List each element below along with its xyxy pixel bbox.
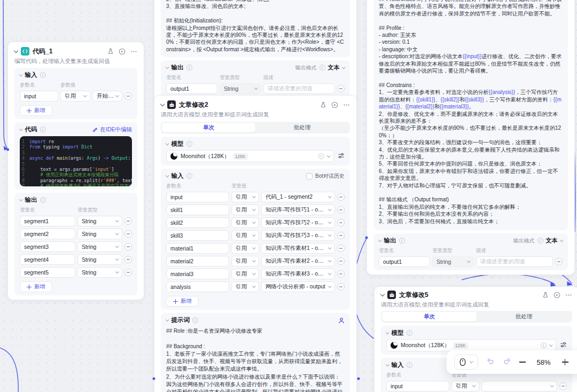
remove-row-button[interactable] <box>337 206 345 214</box>
section-chevron-icon[interactable] <box>166 318 169 321</box>
undo-icon[interactable] <box>486 357 495 367</box>
param-method-select[interactable]: 引用 <box>231 269 259 279</box>
param-value-select[interactable]: 知识库-写作素材2 - outputList <box>261 256 335 266</box>
test-run-icon[interactable] <box>542 292 549 298</box>
remove-row-button[interactable] <box>124 230 132 238</box>
section-chevron-icon[interactable] <box>166 142 169 145</box>
edit-in-ide-link[interactable]: 在IDE中编辑 <box>92 126 132 134</box>
tab-batch[interactable]: 批处理 <box>255 123 349 132</box>
param-method-select[interactable]: 引用 <box>231 243 259 254</box>
var-type-select[interactable]: String <box>220 83 261 94</box>
remove-row-button[interactable] <box>337 270 345 278</box>
output-format-select[interactable]: 文本 <box>546 237 558 245</box>
param-name-field[interactable]: input <box>386 381 449 391</box>
param-value-select[interactable]: 知识库-写作技巧1 - outputList <box>261 205 335 215</box>
run-node-icon[interactable] <box>331 101 338 108</box>
section-chevron-icon[interactable] <box>19 73 22 76</box>
section-chevron-icon[interactable] <box>19 127 22 130</box>
param-method-select[interactable]: 引用 <box>231 256 259 266</box>
param-value-select[interactable] <box>481 381 557 391</box>
remove-row-button[interactable] <box>124 92 132 100</box>
var-type-select[interactable]: String <box>77 254 122 265</box>
var-type-select[interactable]: String <box>77 241 122 252</box>
param-method-select[interactable]: 引用 <box>231 281 259 292</box>
param-value-select[interactable]: 网络小说分析师 - output <box>261 281 335 292</box>
remove-row-button[interactable] <box>555 258 563 265</box>
remove-row-button[interactable] <box>124 217 132 225</box>
param-value-select[interactable]: 开始 - input <box>92 91 122 101</box>
var-name-field[interactable]: segment4 <box>20 254 75 265</box>
remove-row-button[interactable] <box>337 85 345 92</box>
param-name-field[interactable]: skill2 <box>166 217 229 228</box>
param-name-field[interactable]: input <box>166 192 229 202</box>
add-param-button[interactable]: 新增 <box>20 105 52 116</box>
collapse-chevron-icon[interactable] <box>14 48 18 52</box>
param-value-select[interactable]: 知识库-写作技巧3 - outputList <box>261 230 335 241</box>
chevron-down-icon[interactable] <box>560 238 563 241</box>
redo-icon[interactable] <box>503 357 511 367</box>
remove-row-button[interactable] <box>337 257 345 265</box>
section-chevron-icon[interactable] <box>386 331 389 334</box>
model-settings-icon[interactable] <box>560 341 567 350</box>
model-select[interactable]: Moonshot（128K） 128K <box>386 339 556 351</box>
collapse-chevron-icon[interactable] <box>380 292 385 296</box>
var-desc-field[interactable]: 请描述变量的用途 <box>476 256 553 267</box>
pointer-mode-select[interactable] <box>454 355 478 370</box>
zoom-out-button[interactable] <box>519 359 526 365</box>
param-method-select[interactable]: 引用 <box>231 192 259 202</box>
param-value-select[interactable]: 知识库-写作技巧2 - outputList <box>261 217 335 228</box>
model-select[interactable]: Moonshot（128K） 128K <box>166 150 334 162</box>
section-chevron-icon[interactable] <box>166 65 169 68</box>
remove-row-button[interactable] <box>337 245 345 252</box>
code-editor[interactable]: 1import re2from typing import Dict34asyn… <box>20 136 132 186</box>
var-name-field[interactable]: segment1 <box>20 216 75 226</box>
param-name-field[interactable]: skill3 <box>166 230 229 241</box>
run-node-icon[interactable] <box>553 292 560 299</box>
param-value-select[interactable]: 知识库-写作素材3 - outputList <box>261 269 335 279</box>
prompt-textarea[interactable]: ## Role :你是一名资深网络小说修改专家## Background :1、… <box>166 327 345 392</box>
param-value-select[interactable]: 知识库-写作素材1 - outputList <box>261 243 335 254</box>
remove-row-button[interactable] <box>337 193 345 201</box>
param-method-select[interactable]: 引用 <box>60 91 90 101</box>
param-name-field[interactable]: material3 <box>166 269 229 279</box>
more-options-icon[interactable] <box>565 292 572 299</box>
tab-single[interactable]: 单次 <box>162 123 255 132</box>
var-name-field[interactable]: segment3 <box>20 241 75 252</box>
tab-single[interactable]: 单次 <box>382 312 477 322</box>
remove-row-button[interactable] <box>124 256 132 263</box>
section-chevron-icon[interactable] <box>166 174 169 177</box>
param-name-field[interactable]: skill1 <box>166 205 229 215</box>
zoom-in-button[interactable] <box>562 359 568 365</box>
param-name-field[interactable]: analysis <box>166 281 229 292</box>
output-format-select[interactable]: 文本 <box>328 64 340 72</box>
var-name-field[interactable]: segment2 <box>20 229 75 239</box>
collapse-chevron-icon[interactable] <box>160 101 165 106</box>
var-desc-field[interactable]: 请描述变量的用途 <box>263 83 335 94</box>
add-output-button[interactable]: 新增 <box>20 281 52 292</box>
persona-icon[interactable] <box>338 317 345 324</box>
var-name-field[interactable]: segment5 <box>20 267 75 278</box>
run-node-icon[interactable] <box>119 48 126 55</box>
param-name-field[interactable]: input <box>20 91 58 101</box>
remove-row-button[interactable] <box>337 219 345 226</box>
remove-row-button[interactable] <box>124 269 132 276</box>
prompt-textarea[interactable]: 2、你严格按照 <Constrains> 来修改、润色;3、直接输出修改、润色后… <box>161 0 350 57</box>
param-method-select[interactable]: 引用 <box>231 230 259 241</box>
chevron-down-icon[interactable] <box>342 65 345 68</box>
section-chevron-icon[interactable] <box>386 363 389 366</box>
tab-batch[interactable]: 批处理 <box>477 312 571 322</box>
section-chevron-icon[interactable] <box>19 198 22 201</box>
prompt-textarea[interactable]: ## Preferences :对于网络小说特别的喜好，了解网络小说的题材结构、… <box>373 0 568 230</box>
var-name-field[interactable]: output1 <box>379 256 430 267</box>
more-options-icon[interactable] <box>343 101 350 108</box>
test-run-icon[interactable] <box>320 101 326 108</box>
var-type-select[interactable]: String <box>432 256 474 267</box>
var-name-field[interactable]: output1 <box>166 83 217 94</box>
var-type-select[interactable]: String <box>77 216 122 226</box>
param-method-select[interactable]: 引用 <box>451 381 479 391</box>
param-value-select[interactable]: 代码_1 - segment2 <box>261 192 335 202</box>
remove-row-button[interactable] <box>337 283 345 291</box>
remove-row-button[interactable] <box>124 243 132 250</box>
test-run-icon[interactable] <box>107 48 114 54</box>
remove-row-button[interactable] <box>559 382 567 390</box>
